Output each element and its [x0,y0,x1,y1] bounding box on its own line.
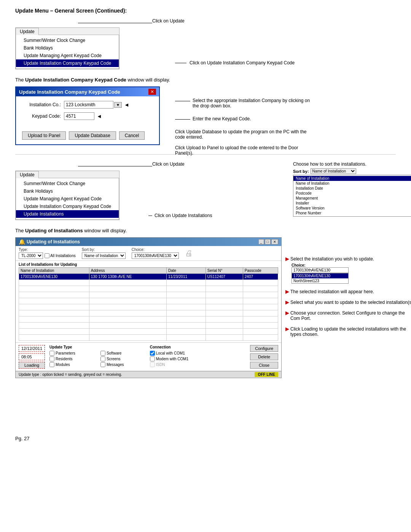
sort-annotation-panel: Choose how to sort the installations. So… [293,161,411,217]
screens-label: Screens [107,357,121,361]
all-installations-label: All Installations [45,253,76,258]
arrow-keypad-icon: ◄ [97,113,102,119]
table-row[interactable]: 1700130thAVENE130 130 1700 130th AVE NE … [19,274,278,280]
menu-item-update-installations[interactable]: Update Installations [16,210,119,218]
menu-item-summer-2[interactable]: Summer/Winter Clock Change [16,180,119,187]
table-row-empty-7 [19,316,278,323]
dropdown-arrow-icon[interactable]: ▼ [114,102,122,108]
table-body: 1700130thAVENE130 130 1700 130th AVE NE … [19,274,278,341]
dialog-title-bar: Update Installation Company Keypad Code … [16,87,159,96]
cancel-button[interactable]: Cancel [119,131,145,140]
action-buttons: Configure Delete Close [250,345,278,369]
all-installations-checkbox[interactable] [45,253,49,258]
sort-option-software[interactable]: Software Version [293,206,411,211]
update-window-title-content: 🔔 Updating of Installations [19,239,80,245]
sort-option-postcode[interactable]: Postcode [293,191,411,196]
local-com1-checkbox[interactable] [150,351,155,356]
sort-option-name-install-2[interactable]: Name of Installation [293,181,411,186]
configure-button[interactable]: Configure [250,345,278,352]
page-title: Update Menu – General Screen (Continued)… [15,8,396,14]
menu-item-managing-1[interactable]: Update Managing Agent Keypad Code [16,52,119,59]
close-window-button[interactable]: ✕ [271,239,278,244]
choose-connection-annotation: ▶ Choose your connection. Select Configu… [285,310,411,321]
dialog-close-button[interactable]: ✕ [148,89,156,95]
type-select[interactable]: TL-2000 [19,252,43,259]
arrow-update-icon: ▶ [285,300,289,305]
table-row-empty-2 [19,286,278,292]
menu-item-installation-2[interactable]: Update Installation Company Keypad Code [16,203,119,210]
click-loading-annotation: ▶ Click Loading to update the selected i… [285,326,411,337]
parameters-checkbox[interactable] [49,351,54,356]
choice-second-option[interactable]: NorthStreet123 [292,278,348,283]
col-date: Date [166,268,206,274]
printer-icon[interactable]: 🖨 [185,249,193,258]
upload-to-panel-button[interactable]: Upload to Panel [22,131,66,140]
menu-item-bank-1[interactable]: Bank Holidays [16,44,119,52]
residents-checkbox-item: Residents [49,356,94,361]
keypad-code-label: Keypad Code: [22,113,64,119]
modem-com1-label: Modem with COM1 [156,357,189,361]
modules-checkbox-item: Modules [49,362,94,367]
arrow-loading-icon: ▶ [285,326,289,332]
status-text: Update type : option ticked = sending, g… [19,372,122,377]
type-row: TL-2000 All Installations [19,252,76,259]
click-update-annotation-1: Click on Update [152,18,185,24]
menu-container-1: Update Summer/Winter Clock Change Bank H… [15,27,119,69]
arrow-select-icon: ▶ [285,256,289,262]
update-keypad-dialog: Update Installation Company Keypad Code … [15,86,160,145]
modem-com1-checkbox[interactable] [150,356,155,361]
close-button[interactable]: Close [250,362,278,369]
choice-selected-option[interactable]: 1700130thAVENE130 [292,273,348,278]
sort-option-installer[interactable]: Installer [293,201,411,206]
messages-checkbox-item: Messages [100,362,145,367]
minimize-button[interactable]: _ [258,239,264,244]
updating-installations-window: 🔔 Updating of Installations _ □ ✕ Type: … [15,237,282,378]
update-type-checkboxes: Parameters Software Residents Scree [49,351,145,367]
select-installation-annotation: ▶ Select the installation you wish to up… [285,256,411,284]
modules-checkbox[interactable] [49,362,54,367]
update-installations-annotation: Click on Update Installations [148,213,212,218]
choice-label: Choice: [132,248,179,252]
menu-item-installation-1[interactable]: Update Installation Company Keypad Code [16,59,119,67]
choice-select[interactable]: 1700130thAVENE130 [132,252,179,259]
selected-install-annotation: ▶ The selected installation will appear … [285,289,411,294]
choice-group: Choice: 1700130thAVENE130 [132,248,179,259]
time-box: 08:05 [19,353,45,360]
dialog-buttons: Upload to Panel Update Database Cancel [16,128,159,144]
install-keypad-annotation: Click on Update Installation Company Key… [175,60,304,66]
sort-option-name-install[interactable]: Name of Installation [293,176,411,181]
messages-checkbox[interactable] [100,362,105,367]
page-number: Pg. 27 [15,436,396,441]
choice-row: 1700130thAVENE130 [132,252,179,259]
sort-by-group: Sort by: Name of Installation [82,248,126,259]
sort-by-toolbar-select[interactable]: Name of Installation [82,252,126,259]
loading-button[interactable]: Loading [19,362,45,369]
dialog-intro: The Update Installation Company Keypad C… [15,77,396,83]
residents-checkbox[interactable] [49,356,54,361]
menu-item-summer-1[interactable]: Summer/Winter Clock Change [16,37,119,44]
sort-option-phone[interactable]: Phone Number [293,211,411,216]
click-loading-text: Click Loading to update the selected ins… [290,326,411,337]
software-checkbox[interactable] [100,351,105,356]
menu-tab-2[interactable]: Update [16,171,39,178]
screens-checkbox[interactable] [100,356,105,361]
menu-item-managing-2[interactable]: Update Managing Agent Keypad Code [16,195,119,203]
isdn-item: ISDN [150,362,246,367]
installation-co-dropdown[interactable]: ▼ [64,101,122,109]
sort-option-management[interactable]: Management [293,196,411,201]
sort-option-install-date[interactable]: Installation Date [293,186,411,191]
keypad-code-input[interactable] [64,112,94,120]
arrow-selected-icon: ▶ [285,289,289,294]
col-serial: Serial N° [206,268,243,274]
update-database-button[interactable]: Update Database [69,131,116,140]
bottom-section: 12/12/2011 08:05 Loading Update Type Par… [16,342,281,371]
status-bar: Update type : option ticked = sending, g… [16,371,281,378]
delete-button[interactable]: Delete [250,353,278,360]
sort-by-select[interactable]: Name of Installation [311,168,356,174]
installation-co-input[interactable] [64,101,113,109]
menu-tab-1[interactable]: Update [16,28,39,35]
table-row-empty-4 [19,298,278,304]
maximize-button[interactable]: □ [265,239,271,244]
date-time-area: 12/12/2011 08:05 Loading [19,345,45,369]
menu-item-bank-2[interactable]: Bank Holidays [16,187,119,195]
